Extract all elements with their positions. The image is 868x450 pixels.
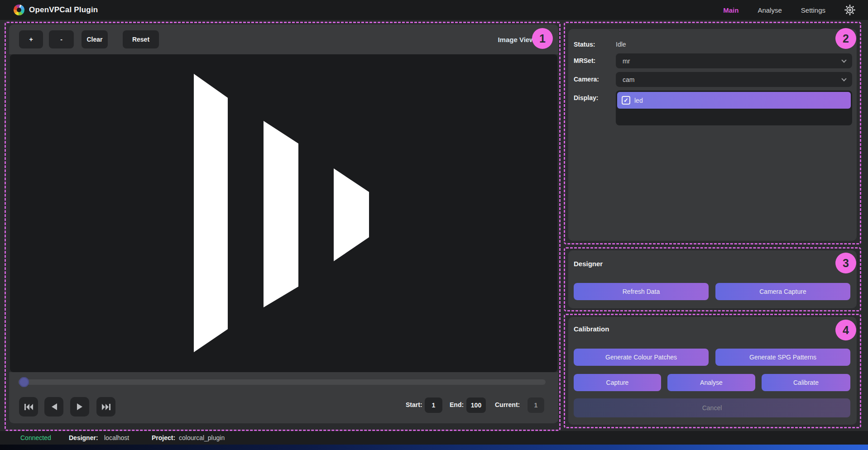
image-bar-3 xyxy=(334,168,369,261)
mrset-value: mr xyxy=(623,57,630,65)
calibration-heading: Calibration xyxy=(574,325,609,333)
section-number-badge: 4 xyxy=(835,320,856,340)
display-label: Display: xyxy=(574,94,598,101)
openvpcal-window: OpenVPCal Plugin Main Analyse Settings 1… xyxy=(0,0,868,450)
mrset-dropdown[interactable]: mr xyxy=(616,53,852,68)
designer-heading: Designer xyxy=(574,260,603,268)
refresh-data-button[interactable]: Refresh Data xyxy=(574,283,709,300)
section-number-badge: 2 xyxy=(835,28,856,49)
end-frame-input[interactable]: 100 xyxy=(466,397,486,413)
control-panel: Status: Idle MRSet: mr Camera: cam Displ… xyxy=(568,29,857,241)
designer-panel: Designer Refresh Data Camera Capture xyxy=(568,250,857,308)
section-calibration: 4 Calibration Generate Colour Patches Ge… xyxy=(564,314,861,428)
generate-spg-patterns-button[interactable]: Generate SPG Patterns xyxy=(715,349,850,366)
viewer-toolbar: + - Clear Reset Image Viewer xyxy=(9,24,558,54)
section-control: 2 Status: Idle MRSet: mr Camera: cam Dis… xyxy=(564,22,861,244)
camera-capture-button[interactable]: Camera Capture xyxy=(715,283,850,300)
image-bar-2 xyxy=(264,121,298,307)
camera-dropdown[interactable]: cam xyxy=(616,72,852,87)
calibration-panel: Calibration Generate Colour Patches Gene… xyxy=(568,317,857,425)
playback-bar: Start: 1 End: 100 Current: 1 xyxy=(9,372,558,423)
top-bar: OpenVPCal Plugin Main Analyse Settings xyxy=(0,0,868,20)
tab-analyse[interactable]: Analyse xyxy=(758,6,782,14)
analyse-button[interactable]: Analyse xyxy=(667,374,755,391)
connection-status: Connected xyxy=(20,431,51,445)
skip-to-start-button[interactable] xyxy=(19,397,38,416)
frame-slider-thumb[interactable] xyxy=(19,377,29,387)
frame-slider-track[interactable] xyxy=(18,379,546,385)
project-label: Project: xyxy=(152,431,175,445)
tab-main[interactable]: Main xyxy=(723,6,739,14)
generate-colour-patches-button[interactable]: Generate Colour Patches xyxy=(574,349,709,366)
main-nav: Main Analyse Settings xyxy=(723,5,855,15)
brand: OpenVPCal Plugin xyxy=(14,5,98,15)
checkbox-checked-icon[interactable]: ✓ xyxy=(622,96,630,105)
chevron-down-icon xyxy=(841,57,846,62)
start-frame-label: Start: xyxy=(406,401,422,408)
section-number-badge: 1 xyxy=(532,28,553,49)
skip-to-end-button[interactable] xyxy=(96,397,115,416)
reset-button[interactable]: Reset xyxy=(123,30,159,48)
cancel-button[interactable]: Cancel xyxy=(574,398,850,417)
designer-host-value: localhost xyxy=(104,431,129,445)
display-list: ✓ led xyxy=(616,91,852,125)
chevron-down-icon xyxy=(841,76,846,81)
zoom-in-button[interactable]: + xyxy=(19,30,43,48)
current-frame-field: 1 xyxy=(528,397,544,413)
tab-settings[interactable]: Settings xyxy=(801,6,825,14)
app-title: OpenVPCal Plugin xyxy=(29,5,98,14)
image-viewer-canvas[interactable] xyxy=(10,54,557,372)
display-item-label: led xyxy=(634,97,643,104)
image-bar-1 xyxy=(194,74,228,352)
camera-label: Camera: xyxy=(574,76,599,83)
displayed-image xyxy=(10,54,557,372)
status-value: Idle xyxy=(616,41,626,48)
status-label: Status: xyxy=(574,41,595,48)
zoom-out-button[interactable]: - xyxy=(49,30,74,48)
project-value: colourcal_plugin xyxy=(179,431,225,445)
calibrate-button[interactable]: Calibrate xyxy=(762,374,850,391)
section-image-viewer: 1 + - Clear Reset Image Viewer xyxy=(5,22,561,431)
camera-value: cam xyxy=(623,76,634,83)
step-back-icon xyxy=(51,403,57,410)
current-frame-label: Current: xyxy=(495,401,520,408)
capture-button[interactable]: Capture xyxy=(574,374,661,391)
clear-button[interactable]: Clear xyxy=(82,30,108,48)
mrset-label: MRSet: xyxy=(574,57,595,64)
play-button[interactable] xyxy=(70,397,89,416)
skip-to-start-icon xyxy=(24,404,33,410)
end-frame-label: End: xyxy=(450,401,464,408)
skip-to-end-icon xyxy=(102,404,110,410)
display-list-item-led[interactable]: ✓ led xyxy=(617,92,851,109)
window-bottom-edge xyxy=(0,445,868,450)
openvpcal-logo-icon xyxy=(14,5,24,15)
status-bar: Connected Designer: localhost Project: c… xyxy=(0,431,868,445)
play-icon xyxy=(77,403,83,410)
gear-icon[interactable] xyxy=(844,5,855,15)
section-number-badge: 3 xyxy=(835,253,856,273)
start-frame-input[interactable]: 1 xyxy=(425,397,442,413)
designer-host-label: Designer: xyxy=(69,431,98,445)
section-designer: 3 Designer Refresh Data Camera Capture xyxy=(564,247,861,311)
step-back-button[interactable] xyxy=(44,397,63,416)
